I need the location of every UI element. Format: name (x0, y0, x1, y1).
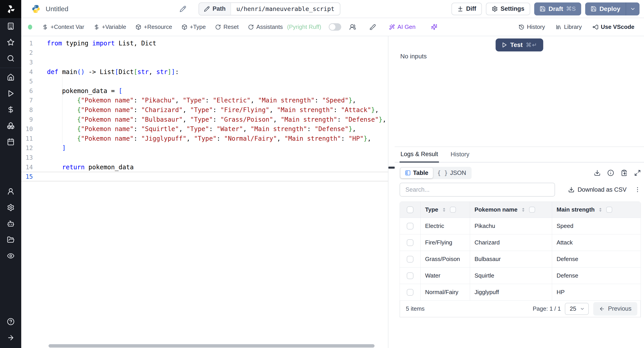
reset-button[interactable]: Reset (211, 22, 242, 32)
audit-logs-icon[interactable] (0, 248, 21, 264)
table-row[interactable]: Fire/FlyingCharizardAttack (400, 234, 641, 251)
code-line[interactable]: 12 ] (21, 143, 388, 153)
search-input[interactable] (400, 183, 555, 196)
table-row[interactable]: ElectricPikachuSpeed (400, 218, 641, 234)
table-row[interactable]: Normal/FairyJigglypuffHP (400, 284, 641, 300)
sort-icon[interactable] (520, 207, 526, 212)
path-control[interactable]: Path u/henri/maneuverable_script (198, 2, 340, 16)
windmill-logo[interactable] (0, 0, 21, 18)
code-line[interactable]: 2 (21, 48, 388, 58)
view-json-button[interactable]: { } JSON (433, 168, 471, 178)
table-row[interactable]: WaterSquirtleDefense (400, 268, 641, 284)
favorites-icon[interactable] (0, 34, 21, 50)
code-line[interactable]: 10 {"Pokemon name": "Squirtle", "Type": … (21, 124, 388, 134)
copy-result-icon[interactable] (621, 170, 628, 176)
code-line[interactable]: 13 (21, 153, 388, 162)
bot-icon[interactable] (0, 216, 21, 232)
row-checkbox[interactable] (407, 223, 414, 230)
resources-icon[interactable] (0, 118, 21, 134)
path-value[interactable]: u/henri/maneuverable_script (231, 3, 340, 15)
folders-icon[interactable] (0, 232, 21, 248)
code-line[interactable]: 1from typing import List, Dict (21, 38, 388, 48)
schedules-icon[interactable] (0, 134, 21, 150)
settings-icon[interactable] (0, 200, 21, 216)
code-line[interactable]: 4def main() -> List[Dict[str, str]]: (21, 67, 388, 77)
code-line[interactable]: 3 (21, 58, 388, 67)
format-button[interactable] (366, 22, 379, 32)
code-line[interactable]: 15 (21, 172, 388, 182)
test-button[interactable]: Test ⌘↵ (496, 38, 543, 52)
add-type-button[interactable]: +Type (178, 22, 210, 32)
row-checkbox[interactable] (407, 289, 414, 296)
editor-horizontal-scrollbar[interactable] (48, 344, 374, 348)
tab-logs-result[interactable]: Logs & Result (400, 147, 439, 162)
code-line[interactable]: 5 (21, 76, 388, 86)
library-button[interactable]: Library (552, 22, 586, 32)
result-tabs: Logs & Result History (395, 146, 644, 162)
column-filter-box[interactable] (450, 207, 456, 213)
column-label: Main strength (556, 206, 594, 213)
expand-icon[interactable] (634, 170, 641, 176)
ai-sparkles-button[interactable] (428, 22, 440, 32)
row-checkbox[interactable] (407, 256, 414, 262)
runs-icon[interactable] (0, 86, 21, 102)
ai-gen-button[interactable]: AI Gen (385, 22, 419, 32)
column-header[interactable]: Main strength (552, 202, 641, 218)
collapse-sidebar-icon[interactable] (0, 330, 21, 346)
diff-button[interactable]: Diff (452, 3, 482, 15)
row-checkbox[interactable] (407, 239, 414, 246)
draft-button[interactable]: Draft ⌘S (534, 2, 581, 16)
users-icon[interactable] (0, 184, 21, 200)
add-variable-button[interactable]: +Variable (90, 22, 130, 32)
help-icon[interactable] (0, 314, 21, 330)
table-row[interactable]: Grass/PoisonBulbasaurDefense (400, 251, 641, 268)
code-line[interactable]: 7 {"Pokemon name": "Pikachu", "Type": "E… (21, 96, 388, 105)
library-icon (556, 24, 562, 30)
history-button[interactable]: History (515, 22, 549, 32)
info-icon[interactable] (607, 170, 614, 176)
sort-icon[interactable] (442, 207, 447, 212)
use-vscode-button[interactable]: Use VScode (589, 22, 638, 32)
multiplayer-users-button[interactable] (346, 22, 359, 32)
edit-summary-icon[interactable] (180, 6, 186, 12)
panel-splitter[interactable] (388, 36, 395, 348)
gear-icon (492, 6, 498, 12)
add-resource-button[interactable]: +Resource (132, 22, 176, 32)
settings-button[interactable]: Settings (486, 3, 530, 15)
code-editor[interactable]: 1from typing import List, Dict234def mai… (21, 36, 388, 348)
line-number: 13 (21, 154, 33, 161)
previous-page-button[interactable]: Previous (593, 302, 637, 316)
line-number: 2 (21, 49, 33, 56)
tab-history[interactable]: History (450, 147, 470, 162)
column-header[interactable]: Pokemon name (470, 202, 552, 218)
select-all-cell (400, 202, 420, 218)
workspace-icon[interactable] (0, 18, 21, 34)
download-result-icon[interactable] (594, 170, 600, 176)
select-all-checkbox[interactable] (407, 206, 414, 213)
add-context-var-button[interactable]: +Context Var (38, 22, 88, 32)
code-line[interactable]: 8 {"Pokemon name": "Charizard", "Type": … (21, 105, 388, 115)
view-table-button[interactable]: Table (400, 168, 433, 178)
splitter-handle[interactable] (388, 166, 395, 169)
code-line[interactable]: 14 return pokemon_data (21, 162, 388, 172)
column-filter-box[interactable] (529, 207, 535, 213)
variables-icon[interactable] (0, 102, 21, 118)
column-header[interactable]: Type (420, 202, 470, 218)
download-csv-button[interactable]: Download as CSV (568, 186, 626, 193)
table-menu-button[interactable] (634, 186, 641, 193)
code-line[interactable]: 11 {"Pokemon name": "Jigglypuff", "Type"… (21, 134, 388, 143)
code-line[interactable]: 6 pokemon_data = [ (21, 86, 388, 96)
sidebar-divider (0, 68, 21, 68)
result-body: Table { } JSON (395, 162, 644, 348)
deploy-button[interactable]: Deploy (585, 2, 626, 16)
assistants-button[interactable]: Assistants (244, 22, 287, 32)
code-line[interactable]: 9 {"Pokemon name": "Bulbasaur", "Type": … (21, 115, 388, 124)
search-icon[interactable] (0, 50, 21, 66)
deploy-options-button[interactable] (626, 2, 640, 16)
multiplayer-toggle[interactable] (329, 23, 341, 31)
sort-icon[interactable] (598, 207, 603, 212)
page-size-select[interactable]: 25 (565, 303, 589, 315)
column-filter-box[interactable] (606, 207, 612, 213)
home-icon[interactable] (0, 69, 21, 86)
row-checkbox[interactable] (407, 272, 414, 279)
